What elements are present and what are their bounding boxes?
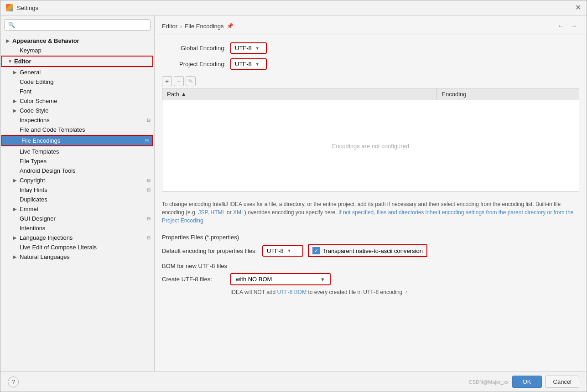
bom-link[interactable]: UTF-8 BOM (277, 289, 307, 295)
remove-button[interactable]: − (174, 76, 184, 86)
sidebar-item-inspections[interactable]: Inspections ⊟ (0, 115, 154, 125)
sidebar-item-live-edit-compose[interactable]: Live Edit of Compose Literals (0, 242, 154, 252)
project-encoding-label: Project Encoding: (162, 61, 226, 67)
expand-arrow: ▼ (8, 59, 14, 64)
html-link[interactable]: HTML (211, 209, 225, 216)
sidebar-item-file-types[interactable]: File Types (0, 156, 154, 166)
sidebar-item-label: Emmet (20, 206, 151, 212)
settings-dialog: Settings ✕ 🔍 ▶ Appearance & Behavior Key… (0, 0, 587, 392)
sidebar-item-duplicates[interactable]: Duplicates (0, 195, 154, 204)
dialog-body: 🔍 ▶ Appearance & Behavior Keymap ▼ Edito (0, 15, 587, 371)
path-column-header: Path ▲ (162, 88, 437, 100)
project-encoding-row: Project Encoding: UTF-8 ▼ (162, 58, 579, 70)
project-encoding-dropdown[interactable]: UTF-8 ▼ (230, 58, 267, 70)
breadcrumb-separator: › (180, 23, 182, 30)
sidebar-item-android-design-tools[interactable]: Android Design Tools (0, 166, 154, 175)
sidebar-item-natural-languages[interactable]: ▶ Natural Languages (0, 252, 154, 262)
sidebar-item-label: Inlay Hints (20, 186, 147, 193)
cancel-button[interactable]: Cancel (545, 376, 579, 388)
sidebar-item-code-editing[interactable]: Code Editing (0, 77, 154, 87)
settings-icon: ⊟ (147, 178, 151, 183)
bom-row: Create UTF-8 files: with NO BOM ▼ (162, 273, 579, 285)
transparent-conversion-group: ✓ Transparent native-to-ascii conversion (308, 244, 427, 257)
pin-button[interactable]: 📌 (227, 23, 234, 29)
sidebar-item-intentions[interactable]: Intentions (0, 223, 154, 233)
expand-arrow: ▶ (13, 178, 20, 183)
sidebar-item-general[interactable]: ▶ General (0, 67, 154, 77)
sidebar-item-inlay-hints[interactable]: Inlay Hints ⊟ (0, 185, 154, 195)
sidebar-item-live-templates[interactable]: Live Templates (0, 147, 154, 156)
sidebar-item-label: File Types (20, 158, 151, 165)
settings-icon: ⊟ (147, 187, 151, 192)
table-empty-message: Encodings are not configured (162, 100, 579, 191)
global-encoding-row: Global Encoding: UTF-8 ▼ (162, 42, 579, 54)
sidebar-item-font[interactable]: Font (0, 87, 154, 96)
edit-button[interactable]: ✎ (186, 76, 196, 86)
expand-arrow: ▶ (13, 254, 20, 259)
expand-arrow: ▶ (13, 108, 20, 113)
sidebar-item-label: Duplicates (20, 196, 151, 203)
help-button[interactable]: ? (8, 377, 19, 387)
path-table: Path ▲ Encoding Encodings are not config… (162, 88, 579, 192)
sidebar-item-color-scheme[interactable]: ▶ Color Scheme (0, 96, 154, 106)
sidebar-item-gui-designer[interactable]: GUI Designer ⊟ (0, 214, 154, 223)
back-button[interactable]: ← (556, 21, 566, 31)
properties-encoding-label: Default encoding for properties files: (162, 248, 258, 254)
dropdown-arrow: ▼ (320, 277, 325, 282)
sidebar-item-label: Live Edit of Compose Literals (20, 244, 151, 251)
sidebar-item-editor[interactable]: ▼ Editor (1, 56, 153, 67)
sidebar-item-label: File Encodings (21, 137, 145, 144)
expand-arrow: ▶ (13, 235, 20, 240)
checkmark-icon: ✓ (314, 248, 318, 254)
sidebar-item-emmet[interactable]: ▶ Emmet (0, 204, 154, 214)
bom-value: with NO BOM (236, 276, 272, 283)
dropdown-arrow: ▼ (255, 62, 260, 67)
expand-arrow: ▶ (6, 38, 12, 43)
global-encoding-label: Global Encoding: (162, 45, 226, 52)
navigation-arrows: ← → (556, 21, 579, 31)
table-header: Path ▲ Encoding (162, 88, 579, 100)
search-input[interactable] (18, 21, 146, 28)
global-encoding-dropdown[interactable]: UTF-8 ▼ (230, 42, 267, 54)
content-header: Editor › File Encodings 📌 ← → (155, 15, 587, 35)
bom-dropdown[interactable]: with NO BOM ▼ (230, 273, 331, 285)
bom-section: BOM for new UTF-8 files Create UTF-8 fil… (162, 263, 579, 295)
sidebar-item-label: Color Scheme (20, 98, 151, 104)
forward-button[interactable]: → (568, 21, 579, 31)
sidebar-item-label: Editor (14, 58, 149, 65)
sidebar-item-label: Code Editing (20, 78, 151, 85)
sidebar-item-copyright[interactable]: ▶ Copyright ⊟ (0, 175, 154, 185)
sidebar-item-label: Keymap (20, 47, 151, 54)
settings-icon: ⊟ (147, 118, 151, 123)
close-button[interactable]: ✕ (575, 4, 581, 11)
dialog-title: Settings (17, 5, 38, 11)
sidebar-item-label: Live Templates (20, 148, 151, 155)
sidebar: 🔍 ▶ Appearance & Behavior Keymap ▼ Edito (0, 15, 155, 371)
footer-buttons: OK Cancel (512, 376, 579, 388)
main-content: Editor › File Encodings 📌 ← → Global Enc… (155, 15, 587, 371)
breadcrumb-parent: Editor (162, 23, 177, 30)
properties-encoding-value: UTF-8 (267, 248, 284, 254)
settings-icon: ⊟ (145, 138, 149, 143)
ok-button[interactable]: OK (512, 376, 542, 388)
sidebar-item-file-encodings[interactable]: File Encodings ⊟ (1, 135, 153, 146)
sidebar-item-code-style[interactable]: ▶ Code Style (0, 106, 154, 115)
add-button[interactable]: + (162, 76, 172, 86)
transparent-conversion-checkbox[interactable]: ✓ (312, 247, 320, 254)
xml-link[interactable]: XML (233, 209, 244, 216)
dialog-footer: ? CSDN@Major_xx OK Cancel (0, 371, 587, 392)
sidebar-item-keymap[interactable]: Keymap (0, 46, 154, 55)
app-icon (6, 4, 13, 11)
bom-hint-text: IDEA will NOT add (230, 289, 275, 295)
jsp-link[interactable]: JSP (198, 209, 207, 216)
sidebar-item-appearance[interactable]: ▶ Appearance & Behavior (0, 36, 154, 46)
sidebar-item-file-code-templates[interactable]: File and Code Templates (0, 125, 154, 134)
expand-arrow: ▶ (13, 98, 20, 103)
sidebar-item-language-injections[interactable]: ▶ Language Injections ⊟ (0, 233, 154, 242)
search-box[interactable]: 🔍 (4, 19, 151, 31)
sidebar-item-label: Appearance & Behavior (12, 37, 151, 44)
properties-encoding-dropdown[interactable]: UTF-8 ▼ (262, 245, 303, 257)
search-icon: 🔍 (8, 22, 15, 28)
properties-section-title: Properties Files (*.properties) (162, 234, 579, 241)
settings-icon: ⊟ (147, 216, 151, 221)
